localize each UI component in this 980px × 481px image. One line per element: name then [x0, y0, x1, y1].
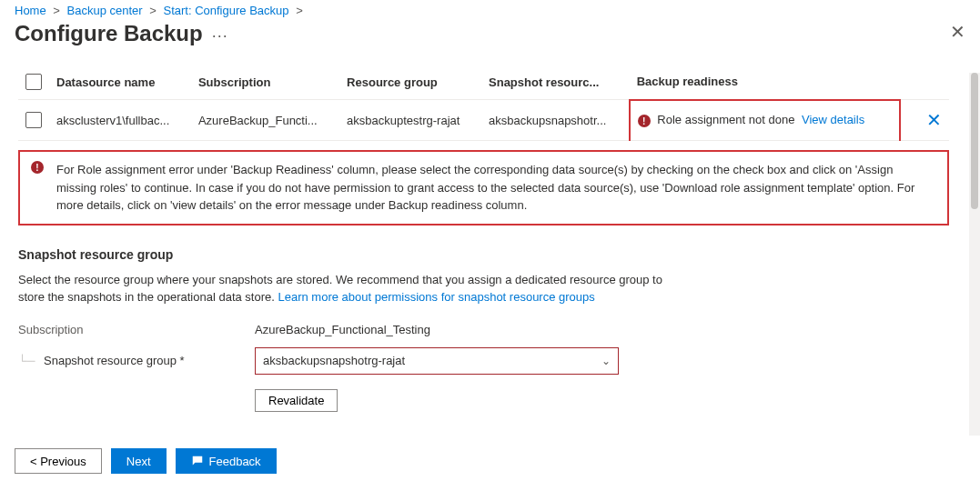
footer: < Previous Next Feedback — [15, 448, 277, 474]
col-resource-group: Resource group — [339, 65, 481, 100]
table-row: aksclusterv1\fullbac... AzureBackup_Func… — [18, 100, 949, 141]
cell-datasource: aksclusterv1\fullbac... — [49, 100, 191, 141]
readiness-text: Role assignment not done — [657, 113, 794, 126]
view-details-link[interactable]: View details — [802, 113, 864, 126]
role-assignment-info: ! For Role assignment error under 'Backu… — [18, 150, 949, 225]
scrollbar-thumb[interactable] — [971, 73, 978, 209]
remove-row-icon[interactable]: ✕ — [926, 110, 942, 130]
learn-more-link[interactable]: Learn more about permissions for snapsho… — [278, 290, 594, 304]
chevron-down-icon: ⌄ — [601, 355, 611, 367]
next-button[interactable]: Next — [111, 448, 167, 474]
revalidate-button[interactable]: Revalidate — [255, 389, 338, 412]
more-icon[interactable]: ··· — [212, 26, 228, 45]
subscription-value: AzureBackup_Functional_Testing — [255, 323, 430, 336]
info-text: For Role assignment error under 'Backup … — [56, 161, 936, 215]
datasource-table: Datasource name Subscription Resource gr… — [18, 65, 949, 141]
cell-readiness: ! Role assignment not done View details — [630, 100, 900, 141]
col-datasource: Datasource name — [49, 65, 191, 100]
cell-snapshot-rg: aksbackupsnapshotr... — [481, 100, 630, 141]
col-subscription: Subscription — [191, 65, 339, 100]
col-snapshot-rg: Snapshot resourc... — [481, 65, 630, 100]
snapshot-rg-label: └─Snapshot resource group * — [18, 354, 255, 367]
breadcrumb-start-configure[interactable]: Start: Configure Backup — [163, 4, 288, 17]
breadcrumb: Home > Backup center > Start: Configure … — [0, 0, 980, 17]
breadcrumb-home[interactable]: Home — [15, 4, 46, 17]
cell-subscription: AzureBackup_Functi... — [191, 100, 339, 141]
feedback-icon — [191, 455, 204, 467]
snapshot-rg-value: aksbackupsnapshotrg-rajat — [263, 354, 405, 367]
error-icon: ! — [638, 115, 651, 127]
select-all-checkbox[interactable] — [25, 74, 42, 90]
close-icon[interactable]: ✕ — [950, 21, 965, 43]
col-backup-readiness: Backup readiness — [630, 65, 900, 100]
previous-button[interactable]: < Previous — [15, 448, 102, 474]
page-title: Configure Backup — [15, 21, 203, 46]
cell-resource-group: aksbackuptestrg-rajat — [339, 100, 481, 141]
snapshot-section-desc: Select the resource group where your sna… — [18, 271, 673, 306]
subscription-label: Subscription — [18, 323, 255, 336]
snapshot-rg-select[interactable]: aksbackupsnapshotrg-rajat ⌄ — [255, 347, 619, 375]
feedback-button[interactable]: Feedback — [176, 448, 277, 474]
scrollbar[interactable] — [969, 73, 980, 436]
error-icon: ! — [31, 161, 44, 174]
breadcrumb-backup-center[interactable]: Backup center — [67, 4, 143, 17]
row-checkbox[interactable] — [25, 112, 42, 128]
snapshot-section-title: Snapshot resource group — [18, 247, 949, 262]
